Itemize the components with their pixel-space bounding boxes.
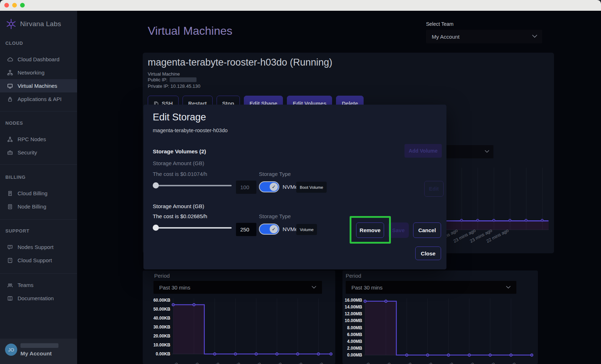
sidebar-item-virtual-machines[interactable]: Virtual Machines: [0, 79, 77, 92]
toggle-check-icon: ✓: [270, 225, 278, 233]
svg-text:mins ago: mins ago: [353, 361, 371, 364]
slider-thumb[interactable]: [153, 182, 159, 188]
svg-text:mins ago: mins ago: [285, 361, 303, 364]
svg-text:mins ago: mins ago: [223, 361, 241, 364]
svg-text:10.00KB: 10.00KB: [153, 343, 171, 348]
period-value: Past 30 mins: [351, 284, 383, 291]
remove-volume-button[interactable]: Remove: [356, 222, 384, 238]
virtual-machine-icon: [7, 83, 13, 89]
sidebar-item-teams[interactable]: Teams: [0, 278, 77, 292]
svg-text:20.00KB: 20.00KB: [153, 334, 171, 339]
sidebar-item-node-billing[interactable]: Node Billing: [0, 200, 77, 213]
nodes-icon: [7, 136, 13, 142]
titlebar: [0, 0, 601, 11]
storage-cost-2: The cost is $0.02685/h: [153, 213, 207, 219]
cloud-icon: [7, 57, 13, 62]
cancel-volume-button[interactable]: Cancel: [413, 222, 441, 238]
sidebar-item-cloud-billing[interactable]: Cloud Billing: [0, 187, 77, 200]
svg-text:mins ago: mins ago: [244, 361, 262, 364]
sidebar-divider: [0, 164, 77, 165]
period-dropdown-left[interactable]: Past 30 mins: [153, 281, 322, 294]
svg-text:14.00MB: 14.00MB: [345, 305, 362, 310]
people-icon: [7, 282, 13, 288]
period-value: Past 30 mins: [159, 284, 190, 291]
edit-volume-button[interactable]: Edit: [424, 181, 444, 197]
slider-track: [153, 227, 232, 229]
close-window-button[interactable]: [4, 3, 9, 8]
storage-amount-input-1[interactable]: [236, 181, 256, 194]
period-dropdown-right[interactable]: Past 30 mins: [346, 281, 516, 294]
storage-amount-slider-2[interactable]: [153, 225, 232, 231]
svg-text:mins ago: mins ago: [374, 361, 392, 364]
svg-text:mins ago: mins ago: [306, 361, 324, 364]
storage-type-value-2: NVMe: [283, 226, 298, 233]
storage-amount-input-2[interactable]: [236, 223, 256, 236]
public-ip-label: Public IP:: [148, 77, 167, 82]
section-heading-nodes: NODES: [0, 120, 77, 128]
open-book-icon: [7, 296, 13, 301]
receipt-icon: [7, 191, 13, 196]
svg-text:0.00KB: 0.00KB: [156, 351, 170, 356]
add-volume-button[interactable]: Add Volume: [404, 144, 442, 158]
svg-text:16.00MB: 16.00MB: [345, 298, 362, 303]
svg-text:60.00KB: 60.00KB: [153, 298, 171, 303]
slider-track: [153, 185, 232, 186]
user-name-redacted: [20, 343, 58, 348]
book-help-icon: ?: [7, 258, 13, 263]
page-title: Virtual Machines: [148, 24, 232, 38]
storage-type-toggle-2[interactable]: ✓: [259, 224, 279, 235]
storage-type-toggle-1[interactable]: ✓: [259, 181, 279, 192]
svg-text:mins ago: mins ago: [182, 361, 200, 364]
brand-name: Nirvana Labs: [20, 20, 61, 28]
sidebar-item-cloud-dashboard[interactable]: Cloud Dashboard: [0, 53, 77, 66]
storage-type-label-2: Storage Type: [259, 213, 291, 219]
briefcase-icon: [7, 150, 13, 155]
vm-public-ip: Public IP:: [148, 77, 197, 82]
modal-title: Edit Storage: [153, 112, 206, 123]
sidebar: Nirvana Labs CLOUD Cloud Dashboard Netwo…: [0, 11, 77, 364]
select-team-value: My Account: [432, 34, 460, 40]
sidebar-item-rpc-nodes[interactable]: RPC Nodes: [0, 133, 77, 146]
storage-amount-slider-1[interactable]: [153, 182, 232, 188]
nirvana-labs-logo-icon: [6, 19, 16, 29]
svg-text:10.00MB: 10.00MB: [345, 318, 362, 323]
svg-text:?: ?: [9, 258, 11, 262]
zoom-window-button[interactable]: [20, 3, 25, 8]
vm-private-ip: Private IP: 10.128.45.130: [148, 83, 200, 89]
sidebar-item-security[interactable]: Security: [0, 146, 77, 159]
user-account-label: My Account: [20, 350, 52, 357]
svg-text:mins ago: mins ago: [203, 361, 221, 364]
user-account-block[interactable]: JO My Account: [0, 339, 77, 364]
storage-type-value-1: NVMe: [283, 184, 298, 190]
svg-text:0.00MB: 0.00MB: [347, 353, 362, 358]
chevron-down-icon: [506, 286, 511, 289]
svg-text:mins ago: mins ago: [478, 361, 496, 364]
chevron-down-icon: [312, 286, 316, 289]
chart-panel-left: Period Past 30 mins 60.00KB50.00KB40.00K…: [143, 270, 335, 364]
slider-thumb[interactable]: [153, 225, 159, 231]
period-label: Period: [346, 273, 361, 279]
sidebar-item-documentation[interactable]: Documentation: [0, 292, 77, 305]
vm-title: magenta-terabyte-rooster-h03do (Running): [148, 57, 332, 68]
svg-text:mins ago: mins ago: [161, 361, 179, 364]
close-modal-button[interactable]: Close: [415, 246, 441, 260]
section-heading-cloud: CLOUD: [0, 40, 77, 48]
sidebar-item-cloud-support[interactable]: ? Cloud Support: [0, 254, 77, 267]
line-chart-left: 60.00KB50.00KB40.00KB30.00KB20.00KB10.00…: [143, 297, 335, 364]
select-team-dropdown[interactable]: My Account: [426, 30, 542, 43]
svg-text:12.00MB: 12.00MB: [345, 311, 362, 316]
avatar: JO: [5, 344, 17, 356]
svg-text:40.00KB: 40.00KB: [153, 316, 171, 321]
section-heading-support: SUPPORT: [0, 228, 77, 236]
svg-text:6.00MB: 6.00MB: [347, 332, 362, 337]
sidebar-item-networking[interactable]: Networking: [0, 66, 77, 79]
sidebar-item-applications-api[interactable]: Applications & API: [0, 92, 77, 106]
chart-panel-right: Period Past 30 mins 16.00MB14.00MB12.00M…: [342, 270, 538, 364]
minimize-window-button[interactable]: [12, 3, 17, 8]
svg-text:mins ago: mins ago: [457, 361, 475, 364]
toggle-check-icon: ✓: [270, 183, 278, 191]
sidebar-item-nodes-support[interactable]: ? Nodes Support: [0, 240, 77, 254]
sidebar-divider: [0, 273, 77, 274]
save-volume-button[interactable]: Save: [388, 222, 409, 238]
storage-amount-label-2: Storage Amount (GB): [153, 203, 204, 209]
